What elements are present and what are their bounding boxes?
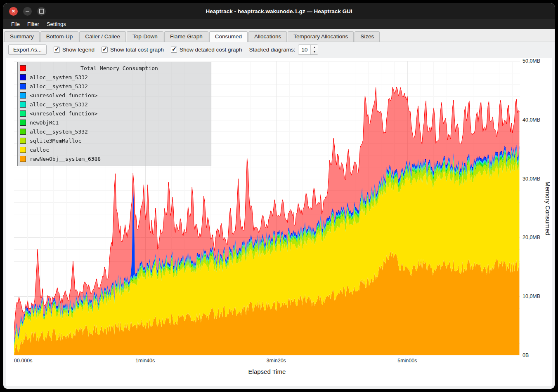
spin-down-button[interactable]: ▼ <box>311 49 318 54</box>
x-tick-label: 3min20s <box>267 358 286 364</box>
legend-title: Total Memory Consumption <box>30 65 209 71</box>
menu-file-mnemonic: F <box>11 21 14 27</box>
tab-flame-graph[interactable]: Flame Graph <box>164 31 208 42</box>
legend-item: newObjRC1 <box>20 118 209 127</box>
legend-item: alloc__system_5332 <box>20 82 209 91</box>
export-as-button[interactable]: Export As... <box>8 45 47 55</box>
y-tick-label: 0B <box>523 352 529 358</box>
legend-item: rawNewObj__system_6388 <box>20 154 209 163</box>
legend-swatch <box>20 83 26 89</box>
window-controls: ✕ <box>9 3 46 19</box>
app-window: ✕ Heaptrack - heaptrack.wakunode.1.gz — … <box>3 3 555 389</box>
menu-filter[interactable]: Filter <box>24 20 43 28</box>
minimize-button[interactable] <box>23 7 32 16</box>
tab-bottom-up[interactable]: Bottom-Up <box>40 31 79 42</box>
legend-swatch <box>20 101 26 108</box>
legend-label: <unresolved function> <box>30 110 97 117</box>
legend-item: alloc__system_5332 <box>20 127 209 136</box>
legend-swatch <box>20 138 26 144</box>
tab-consumed[interactable]: Consumed <box>209 31 248 42</box>
legend-label: alloc__system_5332 <box>30 83 88 89</box>
y-tick-label: 20,0MB <box>523 235 540 240</box>
legend-total-swatch <box>20 65 26 71</box>
legend-label: <unresolved function> <box>30 92 97 99</box>
tab-sizes[interactable]: Sizes <box>355 31 380 42</box>
legend-swatch <box>20 74 26 80</box>
menu-file[interactable]: File <box>7 20 24 28</box>
checkbox-icon <box>54 47 60 53</box>
legend-swatch <box>20 156 26 162</box>
legend-label: rawNewObj__system_6388 <box>30 156 101 162</box>
menu-settings-label: ettings <box>50 21 66 27</box>
tab-bar: Summary Bottom-Up Caller / Callee Top-Do… <box>3 29 555 42</box>
legend-item: <unresolved function> <box>20 91 209 100</box>
menubar: File Filter Settings <box>3 19 555 29</box>
legend-item: alloc__system_5332 <box>20 100 209 109</box>
y-tick-label: 50,0MB <box>523 58 540 64</box>
tab-allocations[interactable]: Allocations <box>248 31 287 42</box>
show-legend-label: Show legend <box>62 47 95 53</box>
legend-swatch <box>20 120 26 126</box>
tab-caller-callee[interactable]: Caller / Callee <box>79 31 126 42</box>
legend-label: alloc__system_5332 <box>30 74 88 80</box>
x-axis-tick-labels: 00.000s1min40s3min20s5min00s <box>14 358 520 364</box>
chart-legend: Total Memory Consumption alloc__system_5… <box>17 62 211 166</box>
menu-settings[interactable]: Settings <box>43 20 70 28</box>
legend-label: calloc <box>30 147 49 153</box>
close-button[interactable]: ✕ <box>9 7 18 16</box>
stacked-diagrams-spinbox[interactable]: 10 ▲ ▼ <box>298 45 318 55</box>
legend-title-row: Total Memory Consumption <box>20 63 209 73</box>
menu-filter-label: ilter <box>31 21 39 27</box>
stacked-diagrams-label: Stacked diagrams: <box>249 47 296 53</box>
spinner-buttons: ▲ ▼ <box>310 45 318 54</box>
toolbar: Export As... Show legend Show total cost… <box>3 42 555 57</box>
tab-summary[interactable]: Summary <box>4 31 40 42</box>
legend-label: alloc__system_5332 <box>30 129 88 135</box>
legend-item: calloc <box>20 145 209 154</box>
legend-item: <unresolved function> <box>20 109 209 118</box>
legend-swatch <box>20 110 26 117</box>
legend-swatch <box>20 92 26 99</box>
legend-swatch <box>20 129 26 135</box>
y-axis-title: Memory Consumed <box>544 61 552 355</box>
show-total-cost-checkbox[interactable]: Show total cost graph <box>102 47 164 53</box>
y-tick-label: 40,0MB <box>523 117 540 123</box>
x-tick-label: 00.000s <box>14 358 32 364</box>
x-tick-label: 5min00s <box>397 358 417 364</box>
menu-file-label: ile <box>14 21 20 27</box>
legend-item: alloc__system_5332 <box>20 73 209 82</box>
legend-label: sqlite3MemMalloc <box>30 138 81 144</box>
titlebar: ✕ Heaptrack - heaptrack.wakunode.1.gz — … <box>3 3 555 19</box>
checkbox-icon <box>171 47 177 53</box>
legend-rows: alloc__system_5332alloc__system_5332<unr… <box>20 73 209 163</box>
stacked-diagrams-value[interactable]: 10 <box>298 45 310 54</box>
show-legend-checkbox[interactable]: Show legend <box>54 47 95 53</box>
menu-filter-mnemonic: F <box>27 21 31 27</box>
checkbox-icon <box>102 47 108 53</box>
show-detailed-cost-label: Show detailed cost graph <box>180 47 242 53</box>
legend-item: sqlite3MemMalloc <box>20 136 209 145</box>
legend-label: alloc__system_5332 <box>30 101 88 108</box>
window-title: Heaptrack - heaptrack.wakunode.1.gz — He… <box>206 8 352 14</box>
y-tick-label: 30,0MB <box>523 176 540 182</box>
show-detailed-cost-checkbox[interactable]: Show detailed cost graph <box>171 47 242 53</box>
stacked-diagrams-group: Stacked diagrams: 10 ▲ ▼ <box>249 45 319 55</box>
x-tick-label: 1min40s <box>135 358 155 364</box>
show-total-cost-label: Show total cost graph <box>110 47 164 53</box>
legend-swatch <box>20 147 26 153</box>
y-tick-label: 10,0MB <box>523 293 540 299</box>
tab-top-down[interactable]: Top-Down <box>127 31 163 42</box>
chart-area: Total Memory Consumption alloc__system_5… <box>6 58 552 386</box>
spin-up-button[interactable]: ▲ <box>311 45 318 50</box>
maximize-button[interactable] <box>37 7 46 16</box>
legend-label: newObjRC1 <box>30 120 59 126</box>
tab-temporary-allocations[interactable]: Temporary Allocations <box>288 31 354 42</box>
x-axis-title: Elapsed Time <box>14 368 520 375</box>
menu-settings-mnemonic: S <box>47 21 50 27</box>
